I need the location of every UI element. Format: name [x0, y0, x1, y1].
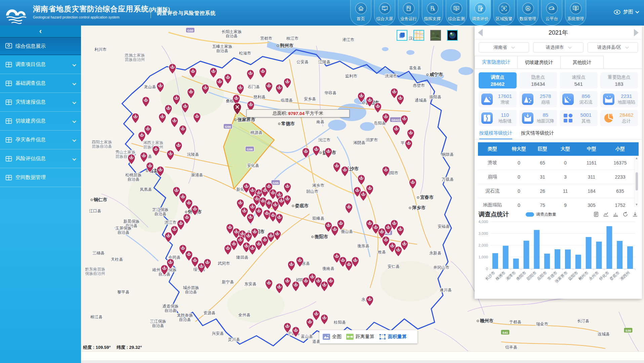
- hazard-pin[interactable]: [409, 179, 416, 189]
- sidebar-item-0[interactable]: 综合信息展示: [0, 37, 81, 55]
- type-card-total[interactable]: 28462总计: [600, 110, 638, 126]
- chart-tool-download[interactable]: [632, 212, 638, 217]
- chart-tool-bar[interactable]: [613, 212, 618, 217]
- nav-item-data[interactable]: 数据管理: [517, 0, 538, 26]
- tab-0[interactable]: 灾害隐患统计: [475, 56, 518, 69]
- hazard-pin[interactable]: [292, 281, 299, 292]
- hazard-pin[interactable]: [274, 230, 281, 241]
- bar-衡阳市[interactable]: [524, 241, 529, 269]
- type-card-other[interactable]: 5001其他: [560, 110, 598, 126]
- hazard-pin[interactable]: [259, 68, 267, 78]
- hazard-pin[interactable]: [247, 70, 254, 80]
- bar-张家界市[interactable]: [565, 250, 571, 269]
- hazard-pin[interactable]: [313, 146, 320, 156]
- hazard-pin[interactable]: [366, 296, 373, 306]
- hazard-pin[interactable]: [331, 226, 338, 236]
- type-card-landslide[interactable]: 17601滑坡: [479, 91, 517, 107]
- bar-岳阳市[interactable]: [544, 254, 550, 269]
- hazard-pin[interactable]: [374, 103, 381, 113]
- region-select-1[interactable]: 请选择市: [533, 42, 583, 52]
- tab-1[interactable]: 切坡建房统计: [518, 56, 561, 69]
- bar-怀化市[interactable]: [606, 226, 612, 269]
- type-card-subsidence[interactable]: 2231地面塌陷: [600, 91, 638, 107]
- chart-tool-doc[interactable]: [593, 212, 599, 217]
- hazard-pin[interactable]: [276, 283, 283, 294]
- bar-湘西州[interactable]: [627, 246, 633, 269]
- hazard-pin[interactable]: [321, 281, 328, 292]
- hazard-pin[interactable]: [395, 246, 402, 257]
- measure-tool-distance[interactable]: 距离量算: [346, 334, 374, 340]
- hazard-pin[interactable]: [284, 277, 291, 288]
- hazard-pin[interactable]: [321, 314, 328, 325]
- sidebar-item-6[interactable]: 风险评估信息: [0, 149, 81, 168]
- table-scrollbar[interactable]: ▲▼: [634, 156, 639, 207]
- hazard-pin[interactable]: [345, 261, 353, 271]
- hazard-pin[interactable]: [171, 117, 178, 128]
- sub-tab-1[interactable]: 按灾情等级统计: [521, 130, 554, 139]
- hazard-pin[interactable]: [284, 183, 291, 193]
- hazard-pin[interactable]: [142, 97, 150, 107]
- hazard-pin[interactable]: [175, 142, 182, 152]
- nav-item-monitor[interactable]: 综合监测: [446, 0, 467, 26]
- layer-control-layers[interactable]: [397, 30, 407, 41]
- hazard-pin[interactable]: [245, 232, 252, 243]
- type-card-crack[interactable]: 110地裂缝: [479, 110, 517, 126]
- region-select-2[interactable]: 请选择县/区: [588, 42, 638, 52]
- hazard-pin[interactable]: [193, 113, 201, 123]
- hazard-pin[interactable]: [366, 97, 373, 107]
- hazard-pin[interactable]: [276, 84, 283, 95]
- hazard-pin[interactable]: [265, 82, 273, 93]
- measure-tool-area[interactable]: 面积量算: [379, 334, 407, 340]
- summary-card-0[interactable]: 调查点28462: [479, 72, 517, 88]
- summary-card-2[interactable]: 速报点541: [560, 72, 598, 88]
- hazard-pin[interactable]: [397, 95, 404, 105]
- hazard-pin[interactable]: [306, 318, 314, 329]
- type-card-collapse[interactable]: 2578崩塌: [519, 91, 557, 107]
- year-prev-button[interactable]: [478, 29, 483, 36]
- hazard-pin[interactable]: [128, 154, 135, 165]
- sidebar-item-3[interactable]: 灾情速报信息: [0, 93, 81, 112]
- nav-item-survey[interactable]: 调查评价: [470, 0, 491, 26]
- layer-control-street-map[interactable]: [413, 30, 424, 41]
- summary-card-3[interactable]: 重要隐患点183: [600, 72, 638, 88]
- hazard-pin[interactable]: [401, 115, 408, 125]
- bar-永州市[interactable]: [596, 242, 602, 269]
- type-card-settlement[interactable]: 85地面沉降: [519, 110, 557, 126]
- nav-item-box[interactable]: 业务运行: [398, 0, 419, 26]
- nav-item-system[interactable]: 系统管理: [565, 0, 586, 26]
- sidebar-item-2[interactable]: 基础调查信息: [0, 74, 81, 93]
- chart-tool-refresh[interactable]: [622, 212, 628, 217]
- chart-tool-line[interactable]: [603, 212, 609, 217]
- sidebar-item-1[interactable]: 调查项目信息: [0, 55, 81, 74]
- hazard-pin[interactable]: [237, 84, 244, 95]
- hazard-pin[interactable]: [360, 191, 367, 201]
- hazard-pin[interactable]: [179, 125, 187, 136]
- hazard-pin[interactable]: [152, 146, 160, 156]
- hazard-pin[interactable]: [407, 129, 414, 140]
- sub-tab-0[interactable]: 按规模等级统计: [479, 130, 512, 139]
- hazard-pin[interactable]: [358, 175, 365, 185]
- hazard-pin[interactable]: [169, 64, 176, 74]
- hazard-pin[interactable]: [333, 162, 340, 173]
- layer-control-globe[interactable]: [447, 30, 458, 41]
- nav-item-screen[interactable]: 综合大屏: [374, 0, 395, 26]
- nav-item-warning[interactable]: 区域预警: [493, 0, 515, 26]
- sidebar-item-7[interactable]: 空间数据管理: [0, 168, 81, 187]
- hazard-pin[interactable]: [167, 150, 174, 160]
- bar-邵阳市[interactable]: [534, 230, 539, 269]
- nav-item-cloud[interactable]: 云平台: [541, 0, 562, 26]
- hazard-pin[interactable]: [393, 125, 400, 136]
- hazard-pin[interactable]: [313, 310, 320, 321]
- hazard-pin[interactable]: [224, 74, 232, 84]
- hazard-pin[interactable]: [325, 148, 332, 158]
- bar-娄底市[interactable]: [617, 241, 622, 269]
- hazard-pin[interactable]: [132, 113, 139, 123]
- hazard-pin[interactable]: [265, 279, 273, 290]
- hazard-pin[interactable]: [345, 203, 353, 214]
- hazard-pin[interactable]: [210, 68, 217, 78]
- hazard-pin[interactable]: [341, 166, 349, 177]
- type-card-debris[interactable]: 856泥石流: [560, 91, 598, 107]
- hazard-pin[interactable]: [247, 214, 254, 224]
- user-menu[interactable]: 梦图: [614, 9, 639, 15]
- bar-长沙市[interactable]: [492, 253, 498, 269]
